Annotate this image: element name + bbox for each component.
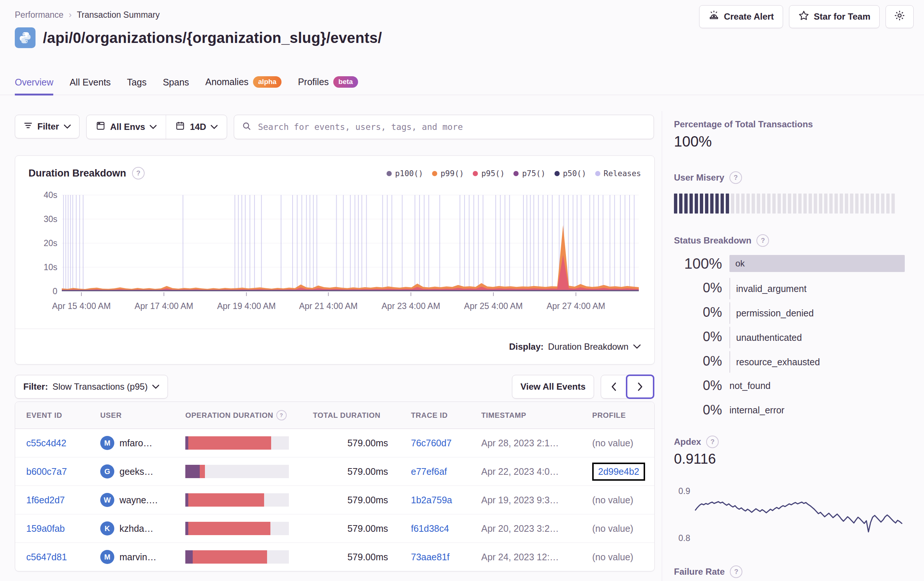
table-row: 159a0fabKkzhda…579.00msf61d38c4Apr 20, 2…: [15, 515, 654, 543]
calendar-icon: [175, 121, 185, 133]
event-id-link[interactable]: 159a0fab: [26, 523, 100, 534]
tab-anomalies[interactable]: Anomaliesalpha: [205, 76, 282, 96]
breadcrumb-performance[interactable]: Performance: [15, 10, 64, 20]
chevron-down-icon[interactable]: [633, 344, 641, 349]
pagination-next-button[interactable]: [626, 374, 654, 399]
legend-item-p50[interactable]: p50(): [554, 169, 586, 178]
legend-label: p75(): [522, 169, 545, 178]
svg-text:Apr 17 4:00 AM: Apr 17 4:00 AM: [135, 301, 193, 311]
alarm-icon: [708, 10, 719, 23]
legend-item-releases[interactable]: Releases: [595, 169, 641, 178]
status-body: not_found: [729, 373, 905, 398]
operation-duration-cell: [185, 550, 313, 564]
profile-cell: (no value): [592, 495, 643, 505]
date-range-select[interactable]: 14D: [166, 115, 227, 139]
display-select[interactable]: Duration Breakdown: [548, 341, 629, 352]
misery-tick: [808, 194, 812, 214]
profile-cell: (no value): [592, 552, 643, 563]
chart-legend: p100()p99()p95()p75()p50()Releases: [386, 169, 641, 178]
view-all-events-label: View All Events: [520, 382, 586, 392]
misery-tick: [881, 194, 884, 214]
tab-overview[interactable]: Overview: [15, 77, 53, 96]
table-row: 1f6ed2d7Wwayne.…579.00ms1b2a759aApr 19, …: [15, 486, 654, 515]
column-header-label: EVENT ID: [26, 411, 62, 420]
column-header-label: USER: [100, 411, 122, 420]
pagination-prev-button[interactable]: [601, 375, 627, 398]
trace-id-link[interactable]: 73aae81f: [411, 552, 481, 563]
event-id-link[interactable]: 1f6ed2d7: [26, 495, 100, 505]
tab-spans[interactable]: Spans: [163, 77, 189, 96]
event-id-link[interactable]: c5647d81: [26, 552, 100, 563]
help-icon[interactable]: ?: [756, 234, 769, 247]
column-header-label: OPERATION DURATION: [185, 411, 273, 420]
help-icon[interactable]: ?: [276, 410, 287, 420]
bar-segment-db: [185, 550, 193, 564]
legend-item-p100[interactable]: p100(): [386, 169, 423, 178]
status-percent: 0%: [674, 353, 722, 369]
misery-tick: [690, 194, 693, 214]
tab-tags[interactable]: Tags: [127, 77, 147, 96]
avatar: G: [100, 464, 114, 478]
user-misery-heading: User Misery ?: [674, 171, 905, 184]
create-alert-button[interactable]: Create Alert: [699, 5, 783, 28]
event-id-link[interactable]: b600c7a7: [26, 466, 100, 477]
trace-id-link[interactable]: f61d38c4: [411, 523, 481, 534]
status-label: resource_exhausted: [736, 357, 820, 367]
transactions-filter-button[interactable]: Filter: Slow Transactions (p95): [15, 375, 168, 399]
table-row: b600c7a7Ggeeks…579.00mse77ef6afApr 22, 2…: [15, 457, 654, 486]
settings-button[interactable]: [886, 5, 914, 28]
table-row: c5647d81Mmarvin…579.00ms73aae81fApr 24, …: [15, 543, 654, 571]
chevron-down-icon: [210, 125, 218, 129]
search-input[interactable]: [257, 122, 646, 132]
operation-duration-bar: [185, 436, 289, 450]
help-icon[interactable]: ?: [132, 167, 145, 179]
status-bar: ok: [729, 255, 905, 272]
star-for-team-button[interactable]: Star for Team: [789, 5, 879, 28]
svg-text:40s: 40s: [44, 191, 57, 200]
events-table: EVENT IDUSEROPERATION DURATION?TOTAL DUR…: [15, 402, 655, 571]
misery-tick: [726, 194, 729, 214]
total-duration: 579.00ms: [313, 466, 411, 477]
svg-text:Apr 19 4:00 AM: Apr 19 4:00 AM: [217, 301, 276, 311]
page-title: /api/0/organizations/{organization_slug}…: [43, 30, 382, 46]
trace-id-link[interactable]: 1b2a759a: [411, 495, 481, 505]
timestamp: Apr 24, 2023 12:…: [481, 552, 592, 563]
column-header-operation-duration: OPERATION DURATION?: [185, 410, 313, 420]
status-body: ok: [729, 251, 905, 276]
trace-id-link[interactable]: e77ef6af: [411, 466, 481, 477]
legend-dot: [386, 171, 392, 176]
view-all-events-button[interactable]: View All Events: [512, 375, 594, 399]
misery-tick: [721, 194, 724, 214]
misery-tick: [829, 194, 833, 214]
legend-item-p75[interactable]: p75(): [513, 169, 545, 178]
display-footer: Display: Duration Breakdown: [15, 329, 654, 364]
trace-id-link[interactable]: 76c760d7: [411, 438, 481, 449]
svg-text:Apr 25 4:00 AM: Apr 25 4:00 AM: [464, 301, 523, 311]
legend-item-p95[interactable]: p95(): [473, 169, 505, 178]
sidebar: Percentage of Total Transactions 100% Us…: [674, 111, 905, 581]
tab-all-events[interactable]: All Events: [69, 77, 111, 96]
username: wayne.…: [119, 495, 158, 505]
environment-select[interactable]: All Envs: [87, 115, 166, 139]
profile-link[interactable]: 2d99e4b2: [598, 466, 639, 477]
star-icon: [798, 10, 809, 23]
filter-button[interactable]: Filter: [15, 115, 79, 138]
status-breakdown-heading: Status Breakdown ?: [674, 234, 905, 247]
event-id-link[interactable]: c55c4d42: [26, 438, 100, 449]
legend-item-p99[interactable]: p99(): [432, 169, 464, 178]
status-row-unauthenticated: 0%unauthenticated: [674, 324, 905, 349]
bar-segment-db: [185, 493, 188, 507]
total-transactions-heading: Percentage of Total Transactions: [674, 119, 905, 129]
status-label: ok: [735, 258, 744, 269]
misery-tick: [871, 194, 874, 214]
status-row-permission-denied: 0%permission_denied: [674, 300, 905, 324]
chevron-down-icon: [64, 124, 71, 129]
help-icon[interactable]: ?: [730, 566, 742, 578]
help-icon[interactable]: ?: [729, 171, 742, 184]
misery-tick: [824, 194, 827, 214]
transactions-filter-label: Filter:: [23, 382, 48, 392]
help-icon[interactable]: ?: [706, 435, 719, 448]
badge-alpha: alpha: [253, 76, 282, 88]
breadcrumb-current: Transaction Summary: [77, 10, 160, 20]
tab-profiles[interactable]: Profilesbeta: [298, 76, 358, 96]
